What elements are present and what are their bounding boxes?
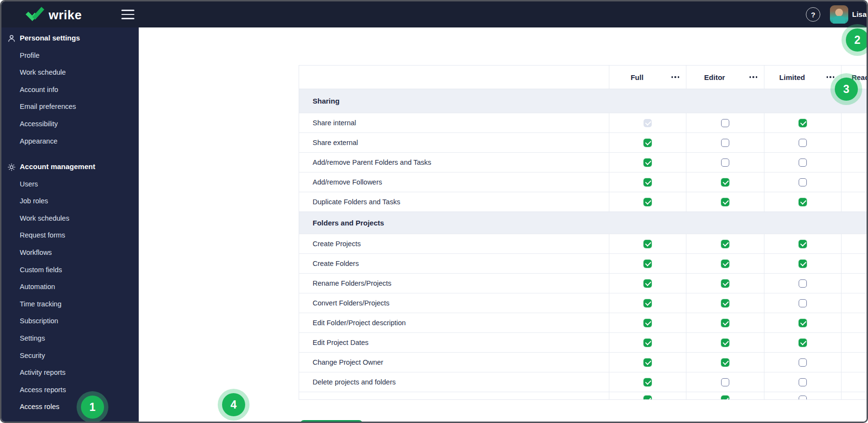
sidebar-item-time-tracking[interactable]: Time tracking <box>1 297 139 311</box>
permission-cell <box>841 392 868 400</box>
checkbox-checked[interactable] <box>721 358 729 367</box>
sidebar-item-user-types[interactable]: User types <box>1 417 139 423</box>
sidebar-item-activity-reports[interactable]: Activity reports <box>1 366 139 379</box>
ellipsis-icon[interactable] <box>671 73 681 81</box>
sidebar-item-job-roles[interactable]: Job roles <box>1 194 139 208</box>
sidebar-item-appearance[interactable]: Appearance <box>1 134 139 148</box>
user-name[interactable]: Lisa <box>852 10 867 18</box>
checkbox-checked[interactable] <box>721 178 729 186</box>
checkbox-checked[interactable] <box>799 240 807 248</box>
permission-cell <box>841 192 868 212</box>
wrike-logo[interactable]: wrike <box>26 7 82 23</box>
permission-cell <box>609 313 686 332</box>
help-icon[interactable]: ? <box>806 7 820 22</box>
checkbox-unchecked[interactable] <box>799 358 807 367</box>
checkbox-checked[interactable] <box>721 339 729 347</box>
checkbox-checked[interactable] <box>644 240 652 248</box>
table-row: Create Folders <box>299 253 868 273</box>
checkbox-unchecked[interactable] <box>799 299 807 307</box>
checkbox-checked[interactable] <box>799 198 807 206</box>
checkbox-checked[interactable] <box>644 260 652 268</box>
checkbox-checked[interactable] <box>644 358 652 367</box>
cancel-button[interactable]: Cancel <box>378 420 408 423</box>
section-header-folders-and-projects: Folders and Projects <box>299 212 868 234</box>
checkbox-checked[interactable] <box>799 119 807 127</box>
checkbox-checked[interactable] <box>799 260 807 268</box>
save-changes-button[interactable]: Save changes <box>300 420 363 423</box>
checkbox-checked[interactable] <box>721 279 729 288</box>
checkbox-checked[interactable] <box>644 319 652 327</box>
checkbox-checked[interactable] <box>721 240 729 248</box>
checkbox-checked[interactable] <box>644 178 652 186</box>
sidebar-item-settings[interactable]: Settings <box>1 331 139 345</box>
permission-cell <box>686 234 764 253</box>
column-header-limited: Limited <box>764 66 841 89</box>
permission-cell <box>764 333 841 352</box>
permission-label <box>299 392 609 400</box>
checkbox-checked[interactable] <box>644 279 652 288</box>
sidebar-item-access-roles[interactable]: Access roles <box>1 400 139 413</box>
checkbox-unchecked[interactable] <box>799 139 807 147</box>
callout-badge-2: 2 <box>846 28 868 52</box>
sidebar-item-work-schedule[interactable]: Work schedule <box>1 66 139 79</box>
sidebar-item-access-reports[interactable]: Access reports <box>1 383 139 397</box>
sidebar-item-users[interactable]: Users <box>1 177 139 191</box>
permission-cell <box>609 274 686 293</box>
checkbox-checked-disabled <box>644 119 652 127</box>
column-menu-button[interactable] <box>820 73 841 81</box>
sidebar-section-account-management: Account management <box>1 160 139 173</box>
checkbox-checked[interactable] <box>644 198 652 206</box>
permission-cell <box>686 372 764 392</box>
sidebar-item-request-forms[interactable]: Request forms <box>1 228 139 242</box>
sidebar-item-accessibility[interactable]: Accessibility <box>1 117 139 131</box>
sidebar-item-email-preferences[interactable]: Email preferences <box>1 100 139 113</box>
permission-label: Edit Folder/Project description <box>299 313 609 332</box>
checkbox-checked[interactable] <box>644 299 652 307</box>
checkbox-unchecked[interactable] <box>799 159 807 167</box>
sidebar-item-subscription[interactable]: Subscription <box>1 314 139 328</box>
sidebar-item-custom-fields[interactable]: Custom fields <box>1 263 139 277</box>
avatar[interactable] <box>830 5 848 24</box>
ellipsis-icon[interactable] <box>826 73 836 81</box>
checkbox-unchecked[interactable] <box>799 279 807 288</box>
checkbox-checked[interactable] <box>644 139 652 147</box>
checkbox-checked[interactable] <box>644 396 652 400</box>
table-row: Add/remove Parent Folders and Tasks <box>299 152 868 172</box>
checkbox-unchecked[interactable] <box>721 159 729 167</box>
permission-cell <box>841 113 868 132</box>
person-icon <box>7 34 16 42</box>
checkbox-checked[interactable] <box>799 319 807 327</box>
checkbox-checked[interactable] <box>721 198 729 206</box>
checkbox-unchecked[interactable] <box>721 119 729 127</box>
checkbox-checked[interactable] <box>721 396 729 400</box>
table-row: Edit Folder/Project description <box>299 313 868 332</box>
sidebar-item-automation[interactable]: Automation <box>1 280 139 293</box>
checkbox-unchecked[interactable] <box>721 378 729 386</box>
sidebar-item-workflows[interactable]: Workflows <box>1 246 139 259</box>
checkbox-unchecked[interactable] <box>721 139 729 147</box>
sidebar-item-security[interactable]: Security <box>1 349 139 362</box>
checkbox-unchecked[interactable] <box>799 178 807 186</box>
permission-cell <box>764 113 841 132</box>
checkbox-checked[interactable] <box>721 319 729 327</box>
permission-cell <box>609 392 686 400</box>
checkbox-checked[interactable] <box>644 378 652 386</box>
checkbox-unchecked[interactable] <box>799 396 807 400</box>
checkbox-checked[interactable] <box>721 260 729 268</box>
sidebar-item-work-schedules[interactable]: Work schedules <box>1 212 139 225</box>
sidebar-item-account-info[interactable]: Account info <box>1 83 139 96</box>
permission-cell <box>764 392 841 400</box>
column-menu-button[interactable] <box>743 73 764 81</box>
checkbox-unchecked[interactable] <box>799 378 807 386</box>
sidebar-item-profile[interactable]: Profile <box>1 49 139 62</box>
permission-label: Share external <box>299 133 609 152</box>
hamburger-menu-icon[interactable] <box>121 10 134 19</box>
permission-cell <box>764 274 841 293</box>
column-menu-button[interactable] <box>665 73 686 81</box>
checkbox-checked[interactable] <box>721 299 729 307</box>
checkbox-checked[interactable] <box>799 339 807 347</box>
ellipsis-icon[interactable] <box>749 73 759 81</box>
checkbox-checked[interactable] <box>644 159 652 167</box>
gear-icon <box>7 162 16 171</box>
checkbox-checked[interactable] <box>644 339 652 347</box>
